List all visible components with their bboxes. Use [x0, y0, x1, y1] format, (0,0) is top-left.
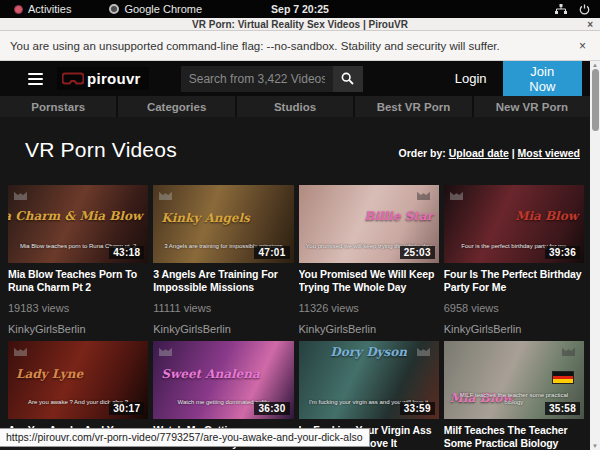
order-upload-date-link[interactable]: Upload date — [449, 147, 509, 159]
studio-cat-logo-icon — [13, 345, 28, 357]
video-grid: Runa Charm & Mia Blow Mia Blow teaches p… — [8, 185, 584, 450]
warning-text: You are using an unsupported command-lin… — [10, 40, 500, 52]
video-card[interactable]: Mia Blow Four is the perfect birthday pa… — [444, 185, 584, 335]
scrollbar-thumb[interactable] — [592, 69, 599, 131]
video-views: 19183 views — [8, 302, 148, 314]
page-title: VR Porn Videos — [25, 138, 177, 162]
status-bar-url: https://pirouvr.com/vr-porn-video/779325… — [0, 428, 370, 447]
studio-cat-logo-icon — [416, 189, 431, 201]
video-channel-link[interactable]: KinkyGirlsBerlin — [8, 323, 148, 335]
duration-badge: 25:03 — [400, 246, 435, 259]
video-title[interactable]: Mia Blow Teaches Porn To Runa Charm Pt 2 — [8, 268, 148, 294]
window-titlebar: VR Porn: Virtual Reality Sex Videos | Pi… — [0, 18, 600, 31]
nav-item-categories[interactable]: Categories — [118, 96, 236, 117]
video-thumbnail[interactable]: Dory Dyson I'm fucking your virgin ass a… — [299, 341, 439, 419]
vr-goggles-icon — [62, 72, 84, 86]
window-close-icon[interactable]: × — [587, 18, 593, 31]
video-card[interactable]: Mia Blow MILF teaches the teacher some p… — [444, 341, 584, 450]
video-channel-link[interactable]: KinkyGirlsBerlin — [444, 323, 584, 335]
studio-cat-logo-icon — [561, 345, 576, 357]
video-title[interactable]: 3 Angels Are Training For Impossible Mis… — [153, 268, 293, 294]
nav-item-best-vr[interactable]: Best VR Porn — [355, 96, 473, 117]
thumbnail-overlay-text: Runa Charm & Mia Blow — [8, 209, 142, 223]
site-logo[interactable]: pirouvr — [57, 67, 149, 90]
duration-badge: 47:01 — [254, 246, 289, 259]
video-card[interactable]: Billie Star You promised we will keep tr… — [299, 185, 439, 335]
main-nav: Pornstars Categories Studios Best VR Por… — [0, 96, 590, 117]
search-icon — [341, 72, 354, 85]
video-thumbnail[interactable]: Kinky Angels 3 Angels are training for i… — [153, 185, 293, 263]
screen: Activities Google Chrome Sep 7 20:25 VR … — [0, 0, 600, 450]
scroll-down-arrow-icon[interactable]: ▼ — [590, 442, 600, 450]
video-thumbnail[interactable]: Runa Charm & Mia Blow Mia Blow teaches p… — [8, 185, 148, 263]
nav-item-new-vr[interactable]: New VR Porn — [474, 96, 590, 117]
duration-badge: 30:17 — [109, 402, 144, 415]
thumbnail-overlay-text: Dory Dyson — [299, 345, 439, 359]
video-title[interactable]: Four Is The Perfect Birthday Party For M… — [444, 268, 584, 294]
order-by: Order by: Upload date | Most viewed — [398, 147, 580, 162]
login-link[interactable]: Login — [455, 71, 487, 86]
video-channel-link[interactable]: KinkyGirlsBerlin — [153, 323, 293, 335]
page-head: VR Porn Videos Order by: Upload date | M… — [0, 117, 590, 162]
search-input[interactable] — [181, 66, 333, 92]
video-thumbnail[interactable]: Billie Star You promised we will keep tr… — [299, 185, 439, 263]
power-icon[interactable] — [579, 4, 590, 15]
studio-cat-logo-icon — [449, 189, 464, 201]
site-header: pirouvr Login Join Now — [0, 61, 590, 96]
video-thumbnail[interactable]: Lady Lyne Are you awake ? And your dick … — [8, 341, 148, 419]
thumbnail-overlay-text: Mia Blow — [515, 209, 578, 223]
studio-cat-logo-icon — [158, 189, 173, 201]
order-by-label: Order by: — [398, 147, 445, 159]
warning-close-icon[interactable]: × — [579, 39, 586, 53]
german-flag-icon — [552, 371, 574, 384]
duration-badge: 36:30 — [254, 402, 289, 415]
vertical-scrollbar[interactable]: ▲ ▼ — [590, 61, 600, 450]
video-views: 11326 views — [299, 302, 439, 314]
hamburger-menu-icon[interactable] — [28, 73, 43, 85]
studio-cat-logo-icon — [13, 189, 28, 201]
thumbnail-overlay-text: Kinky Angels — [161, 211, 250, 225]
gnome-top-bar: Activities Google Chrome Sep 7 20:25 — [0, 0, 600, 18]
video-title[interactable]: Milf Teaches The Teacher Some Practical … — [444, 424, 584, 450]
site-logo-text: pirouvr — [87, 70, 141, 87]
video-channel-link[interactable]: KinkyGirlsBerlin — [299, 323, 439, 335]
video-thumbnail[interactable]: Sweet Analena Watch me getting dominated… — [153, 341, 293, 419]
video-thumbnail[interactable]: Mia Blow MILF teaches the teacher some p… — [444, 341, 584, 419]
web-page: pirouvr Login Join Now Pornstars — [0, 61, 590, 450]
video-card[interactable]: Runa Charm & Mia Blow Mia Blow teaches p… — [8, 185, 148, 335]
browser-viewport: pirouvr Login Join Now Pornstars — [0, 61, 600, 450]
video-title[interactable]: You Promised We Will Keep Trying The Who… — [299, 268, 439, 294]
thumbnail-overlay-text: Sweet Analena — [161, 367, 260, 381]
studio-cat-logo-icon — [158, 345, 173, 357]
search-button[interactable] — [333, 66, 363, 92]
video-thumbnail[interactable]: Mia Blow Four is the perfect birthday pa… — [444, 185, 584, 263]
scroll-up-arrow-icon[interactable]: ▲ — [590, 61, 600, 69]
nav-item-pornstars[interactable]: Pornstars — [0, 96, 118, 117]
video-views: 6958 views — [444, 302, 584, 314]
order-most-viewed-link[interactable]: Most viewed — [518, 147, 580, 159]
clock[interactable]: Sep 7 20:25 — [0, 3, 600, 15]
thumbnail-overlay-text: Lady Lyne — [16, 367, 83, 381]
duration-badge: 35:58 — [545, 402, 580, 415]
duration-badge: 39:36 — [545, 246, 580, 259]
thumbnail-overlay-text: Billie Star — [364, 209, 433, 223]
duration-badge: 33:59 — [400, 402, 435, 415]
join-now-button[interactable]: Join Now — [503, 61, 582, 100]
window-title: VR Porn: Virtual Reality Sex Videos | Pi… — [192, 19, 408, 30]
chrome-warning-bar: You are using an unsupported command-lin… — [0, 31, 600, 61]
nav-item-studios[interactable]: Studios — [237, 96, 355, 117]
order-separator: | — [512, 147, 515, 159]
duration-badge: 43:18 — [109, 246, 144, 259]
video-views: 11111 views — [153, 302, 293, 314]
video-card[interactable]: Kinky Angels 3 Angels are training for i… — [153, 185, 293, 335]
network-tray-icon[interactable] — [555, 4, 567, 15]
